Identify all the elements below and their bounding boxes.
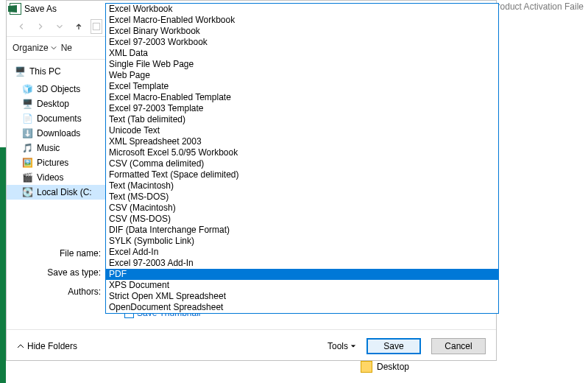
nav-item-label: Local Disk (C: xyxy=(37,187,92,197)
nav-item-downloads[interactable]: ⬇️Downloads xyxy=(7,126,105,141)
filetype-option-excel-add-in[interactable]: Excel Add-In xyxy=(106,247,498,258)
filetype-option-excel-97-2003-template[interactable]: Excel 97-2003 Template xyxy=(106,103,498,114)
nav-item-videos[interactable]: 🎬Videos xyxy=(7,170,105,185)
chevron-down-icon xyxy=(350,343,356,349)
pics-icon: 🖼️ xyxy=(21,157,33,169)
filetype-option-pdf[interactable]: PDF xyxy=(106,269,498,280)
nav-item-label: Videos xyxy=(37,172,63,183)
chevron-up-icon xyxy=(17,342,24,350)
filetype-option-text-tab-delimited-[interactable]: Text (Tab delimited) xyxy=(106,114,498,125)
organize-label: Organize xyxy=(13,43,49,53)
filetype-option-strict-open-xml-spreadsheet[interactable]: Strict Open XML Spreadsheet xyxy=(106,291,498,302)
forward-button[interactable] xyxy=(33,19,48,34)
dialog-title: Save As xyxy=(24,4,57,14)
filetype-option-excel-binary-workbook[interactable]: Excel Binary Workbook xyxy=(106,26,498,37)
explorer-desktop-fragment: Desktop xyxy=(361,361,409,373)
new-folder-button[interactable]: Ne xyxy=(61,43,72,53)
nav-item-music[interactable]: 🎵Music xyxy=(7,141,105,155)
pc-icon: 🖥️ xyxy=(14,66,26,77)
save-as-dialog: Save As Organize Ne 🖥️This PC🧊3D Objects… xyxy=(6,0,497,361)
nav-item-label: Downloads xyxy=(37,128,80,138)
filetype-option-sylk-symbolic-link-[interactable]: SYLK (Symbolic Link) xyxy=(106,236,498,247)
filetype-option-xml-data[interactable]: XML Data xyxy=(106,48,498,59)
save-as-type-dropdown[interactable]: Excel WorkbookExcel Macro-Enabled Workbo… xyxy=(105,3,499,314)
desktop-label: Desktop xyxy=(377,362,409,372)
nav-item-label: Documents xyxy=(37,113,82,124)
nav-item-pictures[interactable]: 🖼️Pictures xyxy=(7,155,105,170)
filetype-option-text-ms-dos-[interactable]: Text (MS-DOS) xyxy=(106,192,498,203)
filetype-option-xps-document[interactable]: XPS Document xyxy=(106,280,498,291)
filetype-option-excel-97-2003-add-in[interactable]: Excel 97-2003 Add-In xyxy=(106,258,498,269)
filetype-option-text-macintosh-[interactable]: Text (Macintosh) xyxy=(106,180,498,192)
tools-button[interactable]: Tools xyxy=(327,341,356,351)
nav-item-3d-objects[interactable]: 🧊3D Objects xyxy=(7,82,105,96)
activation-failed-text: Product Activation Faile xyxy=(492,1,584,12)
filetype-option-csv-ms-dos-[interactable]: CSV (MS-DOS) xyxy=(106,214,498,225)
tools-label: Tools xyxy=(327,341,348,351)
nav-item-label: This PC xyxy=(29,66,61,77)
up-button[interactable] xyxy=(71,19,86,34)
filetype-option-unicode-text[interactable]: Unicode Text xyxy=(106,125,498,136)
address-breadcrumb-fragment[interactable] xyxy=(91,19,102,34)
authors-label: Authors: xyxy=(39,287,105,297)
filetype-option-formatted-text-space-delimited-[interactable]: Formatted Text (Space delimited) xyxy=(106,169,498,180)
organize-button[interactable]: Organize xyxy=(13,43,57,53)
navigation-pane: 🖥️This PC🧊3D Objects🖥️Desktop📄Documents⬇… xyxy=(7,60,105,244)
filetype-option-microsoft-excel-5-0-95-workbook[interactable]: Microsoft Excel 5.0/95 Workbook xyxy=(106,147,498,158)
filetype-option-excel-workbook[interactable]: Excel Workbook xyxy=(106,4,498,15)
music-icon: 🎵 xyxy=(21,142,33,154)
nav-item-desktop[interactable]: 🖥️Desktop xyxy=(7,96,105,111)
bottom-bar: Hide Folders Tools Save Cancel xyxy=(7,330,496,362)
nav-item-local-disk-c-[interactable]: 💽Local Disk (C: xyxy=(7,185,105,200)
filetype-option-opendocument-spreadsheet[interactable]: OpenDocument Spreadsheet xyxy=(106,302,498,313)
filetype-option-excel-97-2003-workbook[interactable]: Excel 97-2003 Workbook xyxy=(106,37,498,48)
recent-dropdown[interactable] xyxy=(52,19,67,34)
filetype-option-excel-macro-enabled-template[interactable]: Excel Macro-Enabled Template xyxy=(106,92,498,103)
nav-item-label: Pictures xyxy=(37,158,68,168)
down-icon: ⬇️ xyxy=(21,127,33,139)
desktop-icon: 🖥️ xyxy=(21,98,33,110)
filename-label: File name: xyxy=(39,248,105,259)
hide-folders-label: Hide Folders xyxy=(27,341,77,351)
filetype-option-csv-comma-delimited-[interactable]: CSV (Comma delimited) xyxy=(106,158,498,169)
nav-item-label: Music xyxy=(37,143,60,153)
save-button[interactable]: Save xyxy=(366,338,421,354)
savetype-label: Save as type: xyxy=(39,267,105,278)
app-green-sidebar xyxy=(0,147,6,383)
nav-item-label: Desktop xyxy=(37,99,69,109)
filetype-option-excel-macro-enabled-workbook[interactable]: Excel Macro-Enabled Workbook xyxy=(106,15,498,26)
cancel-button[interactable]: Cancel xyxy=(431,338,486,354)
filetype-option-xml-spreadsheet-2003[interactable]: XML Spreadsheet 2003 xyxy=(106,136,498,147)
3d-icon: 🧊 xyxy=(21,83,33,95)
hide-folders-button[interactable]: Hide Folders xyxy=(17,341,77,351)
chevron-down-icon xyxy=(51,45,57,51)
nav-item-documents[interactable]: 📄Documents xyxy=(7,111,105,126)
folder-icon xyxy=(361,361,372,373)
filetype-option-csv-macintosh-[interactable]: CSV (Macintosh) xyxy=(106,203,498,214)
excel-icon xyxy=(10,3,21,15)
back-button[interactable] xyxy=(14,19,29,34)
filetype-option-dif-data-interchange-format-[interactable]: DIF (Data Interchange Format) xyxy=(106,225,498,236)
filetype-option-excel-template[interactable]: Excel Template xyxy=(106,81,498,92)
filetype-option-single-file-web-page[interactable]: Single File Web Page xyxy=(106,59,498,70)
docs-icon: 📄 xyxy=(21,113,33,124)
nav-item-label: 3D Objects xyxy=(37,84,80,94)
nav-item-this-pc[interactable]: 🖥️This PC xyxy=(7,64,105,79)
filetype-option-web-page[interactable]: Web Page xyxy=(106,70,498,81)
disk-icon: 💽 xyxy=(21,186,33,198)
vids-icon: 🎬 xyxy=(21,172,33,183)
